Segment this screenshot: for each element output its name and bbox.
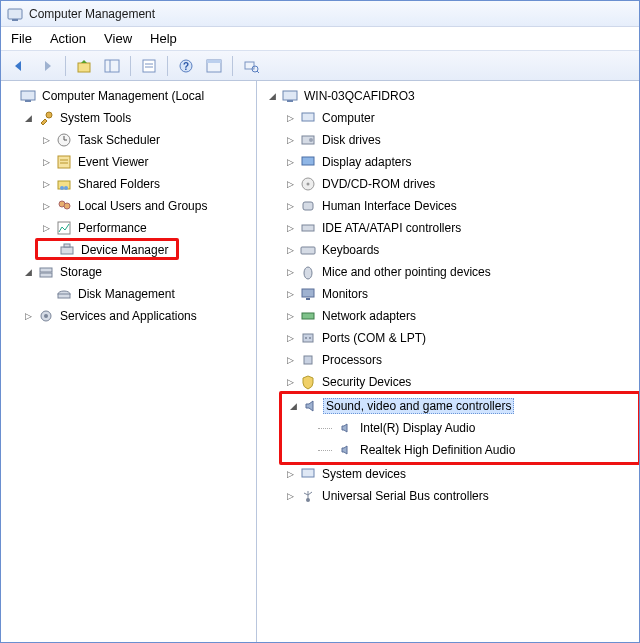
collapse-icon[interactable]: ◢ (267, 91, 278, 102)
expand-icon[interactable]: ▷ (285, 469, 296, 480)
svg-rect-50 (302, 289, 314, 297)
device-category-usb-controllers[interactable]: ▷Universal Serial Bus controllers (281, 485, 639, 507)
device-category-ide[interactable]: ▷IDE ATA/ATAPI controllers (281, 217, 639, 239)
expand-icon[interactable]: ▷ (285, 491, 296, 502)
collapse-icon[interactable]: ◢ (23, 267, 34, 278)
disk-icon (300, 132, 316, 148)
collapse-icon[interactable]: ◢ (23, 113, 34, 124)
display-adapter-icon (300, 154, 316, 170)
expand-icon[interactable]: ▷ (285, 179, 296, 190)
tree-services-applications[interactable]: ▷ Services and Applications (19, 305, 256, 327)
services-icon (38, 308, 54, 324)
tree-performance[interactable]: ▷ Performance (37, 217, 256, 239)
expand-icon[interactable]: ▷ (285, 135, 296, 146)
cpu-icon (300, 352, 316, 368)
device-realtek-hd-audio[interactable]: Realtek High Definition Audio (314, 439, 636, 461)
computer-management-window: Computer Management File Action View Hel… (0, 0, 640, 643)
tree-label: Performance (76, 221, 149, 235)
expand-icon[interactable]: ▷ (41, 179, 52, 190)
svg-rect-56 (304, 356, 312, 364)
device-category-keyboards[interactable]: ▷Keyboards (281, 239, 639, 261)
tree-storage[interactable]: ◢ Storage (19, 261, 256, 283)
device-category-processors[interactable]: ▷Processors (281, 349, 639, 371)
menu-action[interactable]: Action (50, 31, 86, 46)
expand-icon[interactable]: ▷ (285, 333, 296, 344)
svg-rect-29 (58, 222, 70, 234)
tree-connector (318, 421, 334, 435)
tree-device-manager[interactable]: ▷ Device Manager (40, 239, 174, 261)
expand-icon[interactable]: ▷ (285, 223, 296, 234)
expand-icon[interactable]: ▷ (285, 113, 296, 124)
properties-button[interactable] (137, 54, 161, 78)
svg-line-14 (257, 71, 259, 73)
device-root-computer[interactable]: ◢ WIN-03QCAFIDRO3 (263, 85, 639, 107)
tree-disk-management[interactable]: ▷ Disk Management (37, 283, 256, 305)
console-tree-button[interactable] (202, 54, 226, 78)
device-category-hid[interactable]: ▷Human Interface Devices (281, 195, 639, 217)
device-category-network-adapters[interactable]: ▷Network adapters (281, 305, 639, 327)
svg-text:?: ? (183, 61, 189, 72)
expand-icon[interactable]: ▷ (41, 135, 52, 146)
device-category-display-adapters[interactable]: ▷Display adapters (281, 151, 639, 173)
svg-rect-38 (283, 91, 297, 100)
device-category-ports[interactable]: ▷Ports (COM & LPT) (281, 327, 639, 349)
tree-root-computer-management[interactable]: ▷ Computer Management (Local (1, 85, 256, 107)
device-category-computer[interactable]: ▷Computer (281, 107, 639, 129)
device-category-disk-drives[interactable]: ▷Disk drives (281, 129, 639, 151)
menu-file[interactable]: File (11, 31, 32, 46)
highlight-sound-controllers: ◢ Sound, video and game controllers Inte… (279, 391, 639, 465)
tree-label: Network adapters (320, 309, 418, 323)
disk-management-icon (56, 286, 72, 302)
expand-icon[interactable]: ▷ (285, 311, 296, 322)
expand-icon[interactable]: ▷ (285, 201, 296, 212)
tree-event-viewer[interactable]: ▷ Event Viewer (37, 151, 256, 173)
expand-icon[interactable]: ▷ (23, 311, 34, 322)
expand-icon[interactable]: ▷ (285, 267, 296, 278)
device-category-sound-video-game[interactable]: ◢ Sound, video and game controllers (284, 395, 636, 417)
device-intel-display-audio[interactable]: Intel(R) Display Audio (314, 417, 636, 439)
tools-icon (38, 110, 54, 126)
expand-icon[interactable]: ▷ (285, 289, 296, 300)
tree-label: Universal Serial Bus controllers (320, 489, 491, 503)
svg-rect-24 (58, 181, 70, 189)
expand-icon[interactable]: ▷ (285, 245, 296, 256)
forward-button[interactable] (35, 54, 59, 78)
device-category-security-devices[interactable]: ▷Security Devices (281, 371, 639, 393)
svg-rect-5 (143, 60, 155, 72)
show-hide-tree-button[interactable] (100, 54, 124, 78)
device-category-monitors[interactable]: ▷Monitors (281, 283, 639, 305)
svg-rect-52 (302, 313, 314, 319)
storage-icon (38, 264, 54, 280)
security-icon (300, 374, 316, 390)
svg-rect-46 (303, 202, 313, 210)
device-category-dvd-cdrom[interactable]: ▷DVD/CD-ROM drives (281, 173, 639, 195)
tree-task-scheduler[interactable]: ▷ Task Scheduler (37, 129, 256, 151)
scan-hardware-button[interactable] (239, 54, 263, 78)
svg-rect-57 (302, 469, 314, 477)
expand-icon[interactable]: ▷ (285, 355, 296, 366)
tree-shared-folders[interactable]: ▷ Shared Folders (37, 173, 256, 195)
hid-icon (300, 198, 316, 214)
svg-rect-30 (61, 247, 73, 254)
tree-label: IDE ATA/ATAPI controllers (320, 221, 463, 235)
window-title: Computer Management (29, 7, 155, 21)
svg-point-25 (60, 186, 64, 190)
device-category-system-devices[interactable]: ▷System devices (281, 463, 639, 485)
toolbar: ? (1, 51, 639, 81)
users-icon (56, 198, 72, 214)
expand-icon[interactable]: ▷ (285, 377, 296, 388)
menu-view[interactable]: View (104, 31, 132, 46)
tree-local-users-groups[interactable]: ▷ Local Users and Groups (37, 195, 256, 217)
sound-device-icon (338, 442, 354, 458)
collapse-icon[interactable]: ◢ (288, 401, 299, 412)
tree-system-tools[interactable]: ◢ System Tools (19, 107, 256, 129)
menu-help[interactable]: Help (150, 31, 177, 46)
help-button[interactable]: ? (174, 54, 198, 78)
expand-icon[interactable]: ▷ (41, 201, 52, 212)
back-button[interactable] (7, 54, 31, 78)
device-category-mice[interactable]: ▷Mice and other pointing devices (281, 261, 639, 283)
expand-icon[interactable]: ▷ (41, 157, 52, 168)
expand-icon[interactable]: ▷ (285, 157, 296, 168)
up-button[interactable] (72, 54, 96, 78)
expand-icon[interactable]: ▷ (41, 223, 52, 234)
